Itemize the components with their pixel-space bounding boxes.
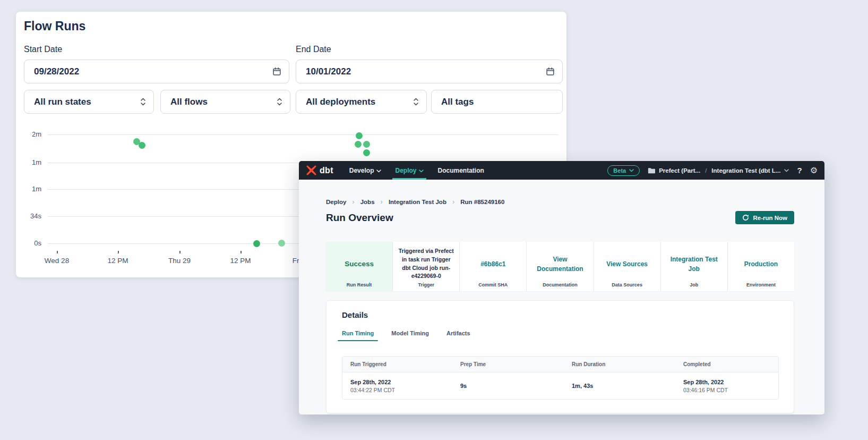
status-card-value-text[interactable]: #6b86c1 (480, 259, 505, 269)
breadcrumb-separator: › (381, 198, 383, 206)
filter-label: All deployments (306, 97, 375, 107)
details-card: Details Run TimingModel TimingArtifacts … (326, 300, 794, 413)
status-card-value-text: Triggered via Prefect in task run Trigge… (398, 247, 454, 281)
account-project-switcher[interactable]: Prefect (Part... / Integration Test (dbt… (648, 167, 789, 174)
calendar-icon (546, 67, 555, 76)
table-header-prep-time: Prep Time (452, 361, 564, 367)
gear-icon[interactable]: ⚙ (810, 165, 818, 175)
rerun-now-button[interactable]: Re-run Now (735, 211, 794, 224)
dbt-logo-icon (306, 165, 317, 176)
flow-run-point[interactable] (363, 149, 370, 156)
beta-badge[interactable]: Beta (607, 165, 640, 176)
x-axis-tick-mark (240, 251, 242, 253)
beta-label: Beta (613, 167, 626, 174)
status-card-run-result: SuccessRun Result (326, 242, 393, 291)
dbt-logo[interactable]: dbt (306, 165, 333, 176)
table-cell-value: 9s (460, 383, 564, 389)
folder-icon (648, 167, 655, 174)
table-row: Sep 28th, 202203:44:22 PM CDT9s1m, 43sSe… (342, 373, 778, 399)
breadcrumb-item-deploy[interactable]: Deploy (326, 199, 346, 205)
tab-run-timing[interactable]: Run Timing (342, 330, 374, 341)
chevron-down-icon (419, 170, 424, 173)
nav-items: DevelopDeployDocumentation (349, 161, 498, 180)
breadcrumb-item-integration-test-job[interactable]: Integration Test Job (389, 199, 446, 205)
select-arrows-icon (277, 98, 282, 106)
status-card-value-text[interactable]: View Sources (606, 259, 648, 269)
nav-item-deploy[interactable]: Deploy (395, 161, 424, 180)
chevron-down-icon (376, 167, 381, 174)
status-card-commit-sha[interactable]: #6b86c1Commit SHA (460, 242, 527, 291)
table-cell-line2: 03:44:22 PM CDT (350, 387, 452, 393)
status-card-data-sources[interactable]: View SourcesData Sources (594, 242, 661, 291)
calendar-icon (272, 67, 281, 76)
status-card-value-text[interactable]: Production (744, 259, 778, 269)
tab-model-timing[interactable]: Model Timing (391, 330, 429, 341)
table-header-completed: Completed (675, 361, 778, 367)
table-header-row: Run TriggeredPrep TimeRun DurationComple… (342, 357, 778, 373)
breadcrumb-item-run-85249160[interactable]: Run #85249160 (460, 199, 504, 205)
breadcrumb-separator: › (352, 198, 354, 206)
table-header-run-duration: Run Duration (564, 361, 675, 367)
breadcrumb-item-jobs[interactable]: Jobs (360, 199, 375, 205)
status-card-label: Run Result (326, 282, 392, 287)
tab-label: Model Timing (391, 330, 429, 336)
table-cell: Sep 28th, 202203:46:16 PM CDT (675, 379, 778, 393)
flow-run-point[interactable] (356, 132, 363, 139)
status-card-environment[interactable]: ProductionEnvironment (728, 242, 794, 291)
active-nav-underline (392, 178, 426, 180)
status-card-trigger: Triggered via Prefect in task run Trigge… (393, 242, 460, 291)
filter-select-all-deployments[interactable]: All deployments (296, 90, 427, 114)
nav-item-develop[interactable]: Develop (349, 161, 382, 180)
status-card-value-text: Success (345, 260, 374, 268)
table-cell-value: 1m, 43s (572, 383, 675, 389)
end-date-input[interactable] (306, 66, 546, 77)
status-card-job[interactable]: Integration Test JobJob (661, 242, 728, 291)
filter-select-all-tags[interactable]: All tags (431, 90, 563, 114)
select-arrows-icon (140, 98, 146, 106)
x-axis-tick-label: Thu 29 (156, 257, 203, 265)
y-axis-tick-label: 1m (16, 158, 41, 166)
dbt-top-nav: dbt DevelopDeployDocumentation Beta Pref… (299, 161, 824, 180)
table-cell: 1m, 43s (564, 383, 675, 389)
x-axis-tick-mark (179, 251, 181, 253)
table-cell-line2: 03:46:16 PM CDT (683, 387, 778, 393)
flow-run-point[interactable] (139, 142, 145, 149)
tab-label: Run Timing (342, 330, 374, 336)
x-axis-tick-label: Wed 28 (33, 257, 81, 265)
chart-gridline (48, 134, 558, 135)
desktop: { "colors": { "page_background": "#e6e9f… (0, 0, 868, 440)
select-chevron (277, 98, 282, 106)
status-card-value-text[interactable]: Integration Test Job (666, 255, 722, 274)
flow-run-point[interactable] (278, 240, 285, 247)
end-date-field[interactable] (296, 60, 563, 83)
tab-artifacts[interactable]: Artifacts (446, 330, 470, 341)
y-axis-tick-label: 0s (16, 239, 41, 247)
dbt-brand-text: dbt (320, 166, 333, 175)
project-name: Integration Test (dbt L... (711, 167, 780, 174)
y-axis-tick-label: 34s (16, 212, 41, 220)
account-name: Prefect (Part... (659, 167, 700, 174)
flow-run-point[interactable] (355, 141, 362, 148)
table-cell-line1: Sep 28th, 2022 (683, 379, 778, 385)
x-axis-tick-label: 12 PM (217, 257, 264, 265)
page-title: Run Overview (326, 212, 393, 224)
flow-run-point[interactable] (253, 240, 260, 247)
end-date-label: End Date (296, 45, 331, 54)
status-card-label: Trigger (393, 282, 459, 287)
refresh-icon (742, 214, 749, 221)
help-icon[interactable]: ? (797, 166, 802, 175)
status-card-value-text[interactable]: View Documentation (532, 255, 588, 274)
tab-label: Artifacts (446, 330, 470, 336)
details-tabs: Run TimingModel TimingArtifacts (342, 330, 470, 341)
start-date-input[interactable] (34, 66, 272, 77)
nav-item-label: Deploy (395, 167, 416, 174)
select-chevron (140, 98, 146, 106)
filter-select-all-run-states[interactable]: All run states (24, 90, 154, 114)
filter-select-all-flows[interactable]: All flows (160, 90, 290, 114)
nav-item-documentation[interactable]: Documentation (437, 161, 484, 180)
start-date-field[interactable] (24, 60, 289, 83)
flow-run-point[interactable] (363, 141, 370, 148)
rerun-now-label: Re-run Now (753, 215, 787, 221)
status-card-documentation[interactable]: View DocumentationDocumentation (527, 242, 594, 291)
select-arrows-icon (413, 98, 419, 106)
